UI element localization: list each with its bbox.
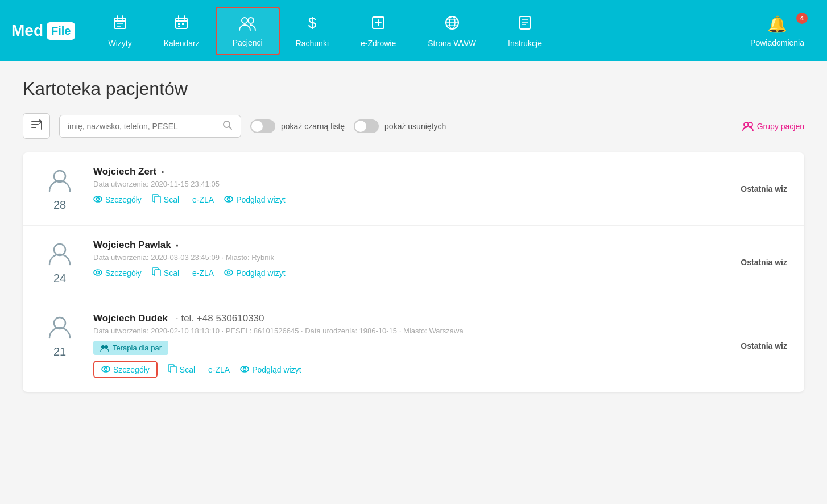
nav-item-pacjenci[interactable]: Pacjenci	[216, 7, 280, 55]
svg-point-44	[94, 270, 102, 275]
deleted-label: pokaż usuniętych	[384, 122, 446, 131]
svg-point-48	[225, 270, 233, 275]
action-szczegoly[interactable]: Szczegóły	[93, 268, 142, 278]
notification-badge: 4	[796, 13, 808, 24]
svg-point-51	[101, 345, 105, 349]
action-szczegoly[interactable]: Szczegóły	[93, 195, 142, 204]
patient-phone: · tel. +48 530610330	[176, 313, 264, 324]
action-ezla[interactable]: e-ZLA	[189, 268, 214, 278]
deleted-toggle[interactable]	[354, 119, 379, 133]
action-label-szczegoly: Szczegóły	[105, 195, 142, 204]
action-label-scal: Scal	[164, 195, 179, 204]
svg-rect-6	[176, 18, 187, 28]
action-podglad-wizyt[interactable]: Podgląd wizyt	[224, 268, 285, 278]
patient-list: 28 Wojciech Zert ▪ Data utworzenia: 2020…	[23, 152, 804, 392]
svg-text:$: $	[308, 14, 317, 31]
action-label-ezla: e-ZLA	[208, 365, 230, 374]
nav-item-kalendarz[interactable]: Kalendarz	[148, 7, 216, 55]
nav-label-ezdrowie: e-Zdrowie	[361, 39, 396, 48]
avatar-icon	[46, 313, 73, 344]
main-nav: Wizyty Kalendarz Pacjenci $ Rachunki e-Z…	[92, 7, 739, 55]
patient-info: Wojciech Pawlak ▪ Data utworzenia: 2020-…	[93, 239, 727, 278]
patient-number: 28	[53, 199, 66, 212]
svg-rect-40	[155, 196, 160, 203]
logo-med: Med	[11, 22, 43, 40]
app-header: Med File Wizyty Kalendarz Pacjenci $ Rac…	[0, 0, 827, 61]
logo[interactable]: Med File	[11, 22, 75, 40]
strona-www-icon	[444, 14, 461, 34]
avatar-icon	[46, 239, 73, 271]
nav-item-wizyty[interactable]: Wizyty	[92, 7, 147, 55]
nav-label-pacjenci: Pacjenci	[233, 38, 263, 47]
nav-label-kalendarz: Kalendarz	[164, 39, 200, 48]
svg-rect-11	[182, 23, 184, 25]
svg-line-33	[229, 127, 231, 129]
action-label-scal: Scal	[164, 268, 179, 278]
patient-tag: Terapia dla par	[93, 341, 168, 355]
svg-point-53	[102, 366, 110, 372]
action-label-szczegoly: Szczegóły	[113, 365, 150, 374]
groups-link-label: Grupy pacjen	[757, 122, 804, 131]
action-ezla[interactable]: e-ZLA	[189, 195, 214, 204]
svg-point-13	[242, 18, 247, 23]
ezdrowie-icon	[370, 14, 387, 34]
action-label-podglad-wizyt: Podgląd wizyt	[252, 365, 301, 374]
patient-avatar: 28	[40, 166, 80, 212]
action-label-podglad-wizyt: Podgląd wizyt	[236, 195, 285, 204]
scal-icon	[168, 364, 177, 375]
notifications-label: Powiadomienia	[750, 38, 804, 47]
patient-name: Wojciech Dudek	[93, 313, 168, 324]
nav-item-ezdrowie[interactable]: e-Zdrowie	[345, 7, 412, 55]
patient-meta: Data utworzenia: 2020-03-03 23:45:09 · M…	[93, 253, 727, 262]
patient-row: 24 Wojciech Pawlak ▪ Data utworzenia: 20…	[23, 226, 804, 299]
patient-info: Wojciech Zert ▪ Data utworzenia: 2020-11…	[93, 166, 727, 205]
patient-number: 24	[53, 272, 66, 285]
svg-point-54	[105, 368, 107, 371]
page-title: Kartoteka pacjentów	[23, 79, 804, 100]
patient-meta: Data utworzenia: 2020-02-10 18:13:10 · P…	[93, 327, 727, 335]
szczegoly-icon	[93, 268, 102, 278]
action-ezla[interactable]: e-ZLA	[205, 365, 230, 374]
patient-info: Wojciech Dudek· tel. +48 530610330 Data …	[93, 313, 727, 378]
patient-name-row: Wojciech Dudek· tel. +48 530610330	[93, 313, 727, 324]
patient-avatar: 21	[40, 313, 80, 358]
nav-item-instrukcje[interactable]: Instrukcje	[492, 7, 558, 55]
svg-point-42	[228, 198, 230, 201]
action-podglad-wizyt[interactable]: Podgląd wizyt	[224, 195, 285, 204]
patient-meta: Data utworzenia: 2020-11-15 23:41:05	[93, 180, 727, 188]
black-list-toggle-group: pokaż czarną listę	[250, 119, 345, 133]
pacjenci-icon	[238, 15, 257, 34]
nav-item-rachunki[interactable]: $ Rachunki	[280, 7, 345, 55]
scal-icon	[152, 267, 161, 278]
patient-name-row: Wojciech Zert ▪	[93, 166, 727, 177]
action-szczegoly[interactable]: Szczegóły	[93, 361, 158, 378]
podglad-wizyt-icon	[224, 268, 233, 278]
action-scal[interactable]: Scal	[168, 364, 195, 375]
patient-actions: Szczegóły Scal e-ZLA Podgląd wizyt	[93, 267, 727, 278]
black-list-label: pokaż czarną listę	[281, 122, 345, 131]
patient-row: 21 Wojciech Dudek· tel. +48 530610330 Da…	[23, 299, 804, 392]
nav-item-strona-www[interactable]: Strona WWW	[412, 7, 492, 55]
sort-button[interactable]	[23, 113, 50, 139]
svg-point-14	[248, 18, 254, 23]
svg-point-45	[97, 271, 100, 274]
patient-actions: Szczegóły Scal e-ZLA Podgląd wizyt	[93, 361, 727, 378]
action-label-ezla: e-ZLA	[192, 268, 214, 278]
rachunki-icon: $	[304, 14, 320, 34]
notes-icon: ▪	[176, 241, 179, 250]
szczegoly-icon	[93, 195, 102, 204]
main-content: Kartoteka pacjentów	[0, 61, 827, 504]
groups-link[interactable]: Grupy pacjen	[742, 121, 804, 131]
svg-rect-47	[155, 270, 160, 276]
patient-row: 28 Wojciech Zert ▪ Data utworzenia: 2020…	[23, 152, 804, 226]
action-scal[interactable]: Scal	[152, 194, 179, 205]
nav-label-instrukcje: Instrukcje	[508, 39, 542, 48]
logo-text: Med File	[11, 22, 75, 40]
instrukcje-icon	[516, 14, 534, 34]
patient-actions: Szczegóły Scal e-ZLA Podgląd wizyt	[93, 194, 727, 205]
action-podglad-wizyt[interactable]: Podgląd wizyt	[240, 365, 301, 374]
action-scal[interactable]: Scal	[152, 267, 179, 278]
search-input[interactable]	[68, 122, 217, 131]
black-list-toggle[interactable]	[250, 119, 275, 133]
notifications[interactable]: 4 🔔 Powiadomienia	[739, 8, 816, 54]
